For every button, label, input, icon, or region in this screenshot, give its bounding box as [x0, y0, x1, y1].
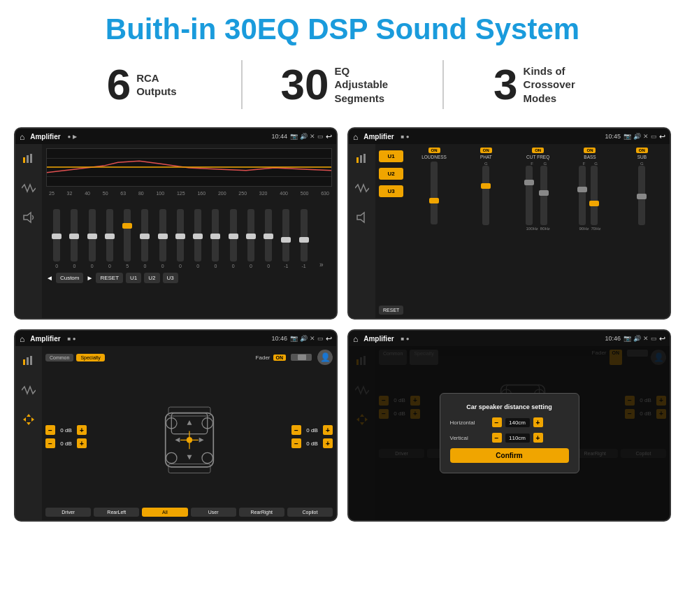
- eq-reset-btn[interactable]: RESET: [96, 273, 123, 283]
- eq-u3-btn[interactable]: U3: [163, 273, 178, 283]
- dialog-time: 10:46: [605, 335, 621, 342]
- distance-dialog: Car speaker distance setting Horizontal …: [440, 393, 579, 473]
- svg-marker-31: [175, 437, 180, 442]
- sidebar-vol-icon-2[interactable]: [353, 208, 371, 227]
- crossover-app-name: Amplifier: [363, 133, 394, 141]
- dialog-screen-panel: Amplifier ■ ● 10:46 📷 🔊 ✕ ▭ ↩: [347, 329, 671, 522]
- crossover-screen-panel: Amplifier ■ ● 10:45 📷 🔊 ✕ ▭ ↩: [347, 127, 671, 320]
- crossover-bass-group: ON BASS F 90Hz: [565, 148, 614, 315]
- dialog-horizontal-row: Horizontal − 140cm +: [450, 417, 569, 427]
- svg-rect-20: [168, 407, 210, 416]
- fader-body: − 0 dB + − 0 dB +: [45, 368, 333, 505]
- fader-bottom-row: Driver RearLeft All User RearRight Copil…: [45, 508, 333, 517]
- crossover-phat-group: ON PHAT G: [462, 148, 510, 315]
- crossover-u2-btn[interactable]: U2: [379, 168, 403, 180]
- crossover-main-area: U1 U2 U3 RESET ON LOUDNESS: [375, 144, 670, 318]
- db-minus-1[interactable]: −: [45, 425, 55, 435]
- db-plus-3[interactable]: +: [323, 425, 333, 435]
- back-icon-2[interactable]: ↩: [659, 132, 665, 141]
- sidebar-eq-icon-3[interactable]: [20, 352, 38, 370]
- db-minus-4[interactable]: −: [291, 438, 301, 448]
- db-minus-3[interactable]: −: [291, 425, 301, 435]
- db-plus-1[interactable]: +: [77, 425, 87, 435]
- volume-icon: 🔊: [300, 133, 308, 140]
- fader-all-btn[interactable]: All: [142, 508, 187, 517]
- db-row-3: − 0 dB +: [291, 425, 333, 435]
- svg-rect-1: [27, 155, 29, 163]
- back-icon-3[interactable]: ↩: [326, 334, 332, 343]
- eq-slider-5: 5: [120, 209, 135, 268]
- svg-rect-12: [27, 357, 29, 365]
- eq-slider-3: 0: [85, 209, 100, 268]
- eq-next-btn[interactable]: ►: [86, 274, 93, 282]
- stat-rca: 6 RCAOutputs: [42, 63, 241, 106]
- crossover-sub-group: ON SUB G: [618, 148, 666, 315]
- dialog-vertical-plus[interactable]: +: [533, 433, 543, 443]
- fader-driver-btn[interactable]: Driver: [45, 508, 91, 517]
- sidebar-arrows-icon[interactable]: [20, 410, 38, 429]
- fader-rearleft-btn[interactable]: RearLeft: [94, 508, 139, 517]
- sidebar-wave-icon-3[interactable]: [20, 381, 38, 399]
- db-minus-2[interactable]: −: [45, 438, 55, 448]
- sidebar-eq-icon-2[interactable]: [353, 150, 371, 168]
- eq-more-btn[interactable]: »: [314, 261, 329, 268]
- svg-rect-9: [363, 154, 366, 163]
- eq-preset-label: Custom: [56, 273, 84, 283]
- camera-icon-4: 📷: [623, 335, 631, 342]
- sidebar-wave-icon-2[interactable]: [353, 179, 371, 197]
- fader-specialty-tab[interactable]: Specialty: [76, 354, 104, 361]
- eq-prev-btn[interactable]: ◄: [46, 274, 53, 282]
- minimize-icon-2: ▭: [651, 133, 657, 140]
- fader-person-icon[interactable]: 👤: [317, 350, 333, 365]
- home-icon[interactable]: [20, 131, 24, 142]
- fader-label: Fader: [256, 354, 271, 361]
- crossover-status-icons: 📷 🔊 ✕ ▭ ↩: [623, 132, 665, 141]
- sidebar-vol-icon[interactable]: [20, 208, 38, 227]
- fader-on-badge[interactable]: ON: [273, 354, 287, 361]
- db-row-4: − 0 dB +: [291, 438, 333, 448]
- eq-slider-8: 0: [173, 209, 188, 268]
- confirm-button[interactable]: Confirm: [450, 448, 569, 463]
- svg-rect-21: [168, 464, 210, 473]
- sidebar-wave-icon[interactable]: [20, 179, 38, 197]
- svg-point-25: [202, 452, 212, 463]
- svg-marker-16: [23, 417, 26, 422]
- fader-slider[interactable]: [291, 354, 312, 361]
- db-plus-4[interactable]: +: [323, 438, 333, 448]
- home-icon-2[interactable]: [353, 131, 358, 142]
- fader-user-btn[interactable]: User: [191, 508, 236, 517]
- home-icon-3[interactable]: [20, 334, 24, 344]
- stat-eq: 30 EQ AdjustableSegments: [243, 63, 442, 106]
- home-icon-4[interactable]: [353, 334, 358, 344]
- fader-copilot-btn[interactable]: Copilot: [287, 508, 333, 517]
- camera-icon-2: 📷: [623, 133, 631, 140]
- eq-app-name: Amplifier: [30, 133, 60, 141]
- sidebar-eq-icon[interactable]: [20, 150, 38, 168]
- fader-common-tab[interactable]: Common: [45, 354, 73, 361]
- dialog-vertical-minus[interactable]: −: [492, 433, 502, 443]
- dialog-horizontal-minus[interactable]: −: [492, 417, 502, 427]
- eq-slider-15: -1: [296, 209, 312, 268]
- back-icon[interactable]: ↩: [326, 132, 332, 141]
- crossover-reset-btn[interactable]: RESET: [379, 306, 403, 315]
- svg-marker-29: [187, 420, 192, 425]
- eq-freq-labels: 25324050 6380100125 160200250320 4005006…: [46, 191, 332, 196]
- crossover-u1-btn[interactable]: U1: [379, 150, 403, 162]
- svg-marker-17: [31, 417, 34, 422]
- camera-icon-3: 📷: [290, 335, 298, 342]
- stat-number-eq: 30: [281, 63, 329, 106]
- eq-screen-panel: Amplifier ● ▶ 10:44 📷 🔊 ✕ ▭ ↩: [14, 127, 338, 320]
- minimize-icon: ▭: [317, 133, 324, 140]
- fader-rearright-btn[interactable]: RearRight: [239, 508, 284, 517]
- fader-status-bar: Amplifier ■ ● 10:46 📷 🔊 ✕ ▭ ↩: [15, 331, 336, 346]
- eq-time: 10:44: [271, 133, 287, 140]
- dialog-horizontal-plus[interactable]: +: [533, 417, 543, 427]
- eq-status-icons: 📷 🔊 ✕ ▭ ↩: [290, 132, 332, 141]
- eq-u2-btn[interactable]: U2: [144, 273, 159, 283]
- crossover-sliders-area: ON LOUDNESS ON PHAT G: [410, 148, 666, 315]
- crossover-u3-btn[interactable]: U3: [379, 185, 403, 197]
- eq-main-area: 25324050 6380100125 160200250320 4005006…: [42, 144, 336, 318]
- eq-u1-btn[interactable]: U1: [126, 273, 141, 283]
- back-icon-4[interactable]: ↩: [659, 334, 665, 343]
- db-plus-2[interactable]: +: [77, 438, 87, 448]
